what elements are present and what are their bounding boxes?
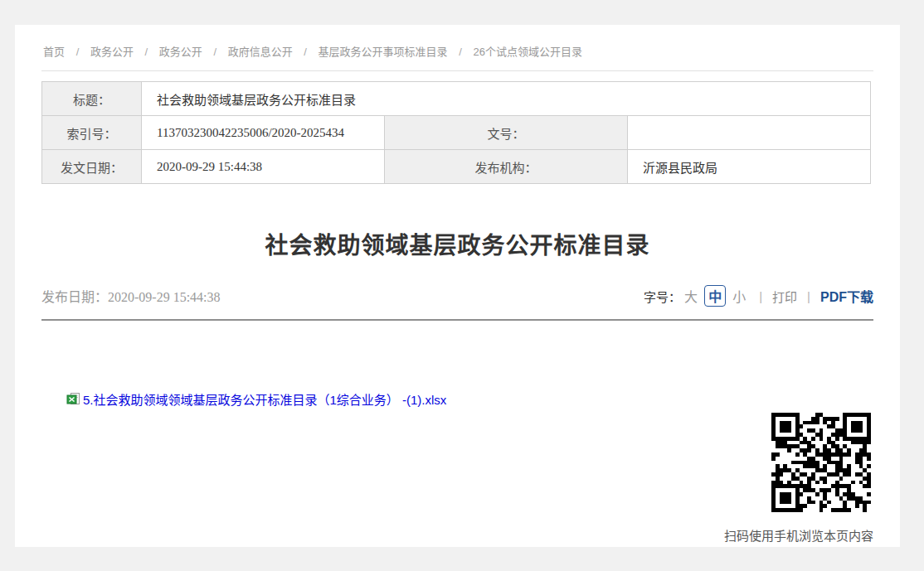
publish-date-label: 发布日期：: [41, 290, 108, 304]
article-toolbar: 字号： 大 中 小 | 打印 | PDF下载: [644, 285, 873, 307]
doc-number-label: 文号：: [385, 116, 628, 150]
index-number-value: 113703230042235006/2020-2025434: [142, 116, 385, 150]
toolbar-divider: |: [759, 289, 762, 303]
toolbar-divider: |: [807, 289, 810, 303]
breadcrumb-current-page: 26个试点领域公开目录: [473, 46, 581, 58]
breadcrumb-zhengwu-gongkai-2[interactable]: 政务公开: [159, 46, 202, 58]
issue-date-label: 发文日期：: [42, 150, 142, 184]
issue-date-value: 2020-09-29 15:44:38: [142, 150, 385, 184]
print-button[interactable]: 打印: [772, 288, 797, 305]
title-label: 标题：: [42, 82, 142, 116]
publisher-value: 沂源县民政局: [628, 150, 871, 184]
font-size-small-button[interactable]: 小: [732, 286, 746, 306]
publisher-label: 发布机构：: [385, 150, 628, 184]
table-row: 标题： 社会救助领域基层政务公开标准目录: [42, 82, 871, 116]
qr-block: 扫码使用手机浏览本页内容: [41, 413, 873, 544]
page-title: 社会救助领域基层政务公开标准目录: [41, 227, 873, 260]
font-size-medium-button[interactable]: 中: [704, 285, 726, 307]
breadcrumb-separator: /: [76, 46, 80, 58]
qr-code: [771, 413, 871, 512]
title-value: 社会救助领域基层政务公开标准目录: [142, 82, 871, 116]
qr-caption: 扫码使用手机浏览本页内容: [724, 526, 873, 544]
breadcrumb-home[interactable]: 首页: [43, 46, 65, 58]
font-size-large-button[interactable]: 大: [684, 286, 698, 306]
document-info-table: 标题： 社会救助领域基层政务公开标准目录 索引号： 11370323004223…: [41, 81, 871, 184]
attachment-link[interactable]: 5.社会救助领域领域基层政务公开标准目录（1综合业务） -(1).xlsx: [83, 390, 446, 408]
breadcrumb-standard-catalog[interactable]: 基层政务公开事项标准目录: [319, 46, 448, 58]
breadcrumb-separator: /: [459, 46, 462, 58]
breadcrumb-separator: /: [145, 46, 148, 58]
publish-date: 发布日期：2020-09-29 15:44:38: [41, 286, 221, 306]
breadcrumb-separator: /: [213, 46, 216, 58]
excel-file-icon: [66, 392, 80, 406]
index-number-label: 索引号：: [42, 116, 142, 150]
breadcrumb: 首页 / 政务公开 / 政务公开 / 政府信息公开 / 基层政务公开事项标准目录…: [41, 41, 873, 71]
table-row: 发文日期： 2020-09-29 15:44:38 发布机构： 沂源县民政局: [42, 150, 871, 184]
breadcrumb-government-info[interactable]: 政府信息公开: [228, 46, 293, 58]
pdf-download-button[interactable]: PDF下载: [820, 286, 873, 306]
table-row: 索引号： 113703230042235006/2020-2025434 文号：: [42, 116, 871, 150]
breadcrumb-separator: /: [304, 46, 307, 58]
attachment-row: 5.社会救助领域领域基层政务公开标准目录（1综合业务） -(1).xlsx: [66, 390, 873, 408]
font-size-label: 字号：: [644, 288, 681, 305]
publish-date-value: 2020-09-29 15:44:38: [108, 290, 221, 304]
content-card: 首页 / 政务公开 / 政务公开 / 政府信息公开 / 基层政务公开事项标准目录…: [15, 25, 900, 547]
article-meta-row: 发布日期：2020-09-29 15:44:38 字号： 大 中 小 | 打印 …: [41, 285, 873, 321]
breadcrumb-zhengwu-gongkai-1[interactable]: 政务公开: [90, 46, 134, 58]
doc-number-value: [628, 116, 871, 150]
